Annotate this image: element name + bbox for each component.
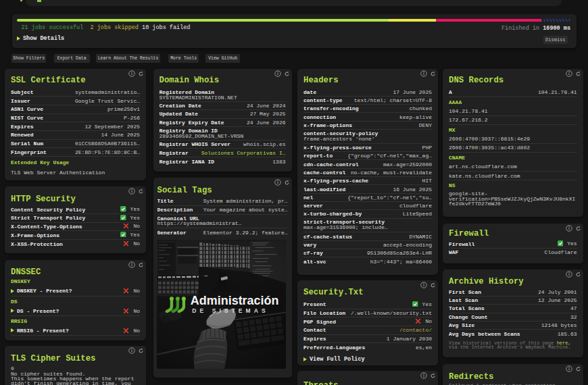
svg-text:DE SISTEMAS: DE SISTEMAS [192, 307, 268, 314]
svg-text:Administración: Administración [190, 294, 278, 307]
